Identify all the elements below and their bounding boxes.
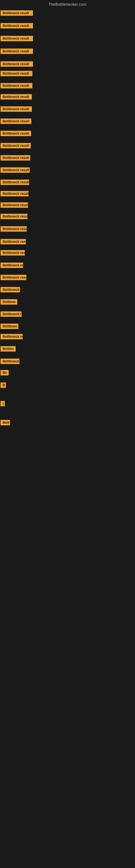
- bottleneck-label: Bottleneck r: [1, 311, 21, 317]
- bottleneck-label: B: [1, 382, 6, 388]
- bottleneck-item-25: Bottleneck r: [1, 311, 21, 318]
- bottleneck-item-7: Bottleneck result: [1, 94, 32, 101]
- bottleneck-item-33: Bott: [1, 420, 10, 426]
- bottleneck-label: Bottleneck resul: [1, 275, 27, 280]
- bottleneck-label: Bottleneck result: [1, 23, 33, 29]
- bottleneck-label: Bottleneck result: [1, 71, 32, 76]
- bottleneck-label: Bottleneck: [1, 359, 19, 364]
- bottleneck-label: Bottleneck result: [1, 36, 33, 41]
- bottleneck-item-20: Bottleneck result: [1, 250, 25, 257]
- bottleneck-item-28: Bottlen: [1, 346, 16, 352]
- bottleneck-label: Bottlenec: [1, 323, 18, 329]
- bottleneck-label: Bottleneck result: [1, 119, 31, 124]
- bottleneck-label: Bottleneck result: [1, 167, 30, 173]
- bottleneck-label: Bottleneck result: [1, 143, 31, 148]
- bottleneck-label: Bottleneck: [1, 287, 20, 292]
- bottleneck-item-26: Bottlenec: [1, 323, 18, 330]
- bottleneck-label: |: [1, 401, 5, 406]
- bottleneck-item-14: Bottleneck result: [1, 180, 29, 186]
- bottleneck-label: Bottleneck result: [1, 226, 27, 231]
- bottleneck-label: Bottleneck result: [1, 61, 33, 67]
- bottleneck-item-1: Bottleneck result: [1, 23, 33, 30]
- bottleneck-item-11: Bottleneck result: [1, 143, 31, 150]
- site-title: TheBottlenecker.com: [0, 0, 135, 8]
- bottleneck-item-24: Bottlene: [1, 299, 17, 306]
- bottleneck-label: Bottleneck re: [1, 334, 23, 339]
- bottleneck-label: Bottleneck result: [1, 155, 30, 161]
- bottleneck-item-22: Bottleneck resul: [1, 275, 27, 281]
- bottleneck-item-29: Bottleneck: [1, 359, 19, 365]
- bottleneck-label: Bottleneck result: [1, 214, 28, 219]
- bottleneck-item-8: Bottleneck result: [1, 106, 32, 113]
- bottleneck-item-23: Bottleneck: [1, 287, 20, 293]
- bottleneck-item-13: Bottleneck result: [1, 167, 30, 174]
- bottleneck-label: Bottleneck re: [1, 262, 23, 268]
- bottleneck-item-31: B: [1, 382, 6, 389]
- bottleneck-item-21: Bottleneck re: [1, 262, 23, 269]
- bottleneck-label: Bottleneck result: [1, 131, 31, 136]
- bottleneck-item-30: Bo: [1, 370, 9, 376]
- bottleneck-item-5: Bottleneck result: [1, 71, 32, 77]
- bottleneck-item-2: Bottleneck result: [1, 36, 33, 42]
- bottleneck-label: Bottleneck result: [1, 250, 25, 255]
- bottleneck-item-27: Bottleneck re: [1, 334, 23, 340]
- bottleneck-item-17: Bottleneck result: [1, 214, 28, 220]
- bottleneck-item-19: Bottleneck result: [1, 239, 26, 246]
- bottleneck-item-3: Bottleneck result: [1, 49, 33, 55]
- bottleneck-item-6: Bottleneck result: [1, 83, 32, 90]
- bottleneck-label: Bottlene: [1, 299, 17, 305]
- bottleneck-label: Bottleneck result: [1, 10, 33, 16]
- bottleneck-item-0: Bottleneck result: [1, 10, 33, 17]
- bottleneck-item-15: Bottleneck result: [1, 191, 29, 197]
- bottleneck-label: Bottleneck result: [1, 191, 29, 196]
- bottleneck-label: Bottlen: [1, 346, 16, 351]
- bottleneck-label: Bottleneck result: [1, 94, 32, 99]
- bottleneck-item-32: |: [1, 401, 5, 407]
- bottleneck-item-16: Bottleneck result: [1, 203, 28, 209]
- bottleneck-label: Bo: [1, 370, 9, 375]
- bottleneck-item-9: Bottleneck result: [1, 119, 31, 125]
- bottleneck-label: Bottleneck result: [1, 49, 33, 54]
- bottleneck-label: Bottleneck result: [1, 203, 28, 208]
- bottleneck-label: Bottleneck result: [1, 106, 32, 112]
- bottleneck-label: Bottleneck result: [1, 239, 26, 244]
- bottleneck-item-18: Bottleneck result: [1, 226, 27, 233]
- bottleneck-item-10: Bottleneck result: [1, 131, 31, 137]
- bottleneck-label: Bott: [1, 420, 10, 425]
- bottleneck-label: Bottleneck result: [1, 180, 29, 185]
- bottleneck-label: Bottleneck result: [1, 83, 32, 88]
- bottleneck-item-12: Bottleneck result: [1, 155, 30, 162]
- bottleneck-item-4: Bottleneck result: [1, 61, 33, 68]
